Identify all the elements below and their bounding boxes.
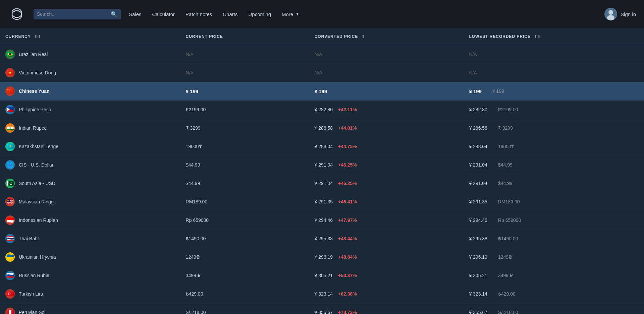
lowest-price-uah: ¥ 296.191249₴	[464, 248, 644, 266]
currency-name-inr: Indian Rupee	[19, 125, 47, 131]
currency-name-vnd: Vietnamese Dong	[19, 70, 56, 75]
lowest-price-orig-rub: 3499 ₽	[498, 273, 513, 278]
flag-try: 🇹🇷	[5, 289, 15, 299]
converted-price-value-vnd: N/A	[315, 70, 322, 75]
nav-link-patch-notes[interactable]: Patch notes	[185, 11, 212, 17]
flag-idr: 🇮🇩	[5, 215, 15, 225]
current-price-pen: S/.218.00	[180, 303, 309, 314]
pct-diff-cis: +46.25%	[338, 162, 357, 168]
current-price-value-pen: S/.218.00	[186, 310, 206, 314]
currency-cell-vnd[interactable]: 🇻🇳Vietnamese Dong	[0, 64, 180, 82]
lowest-price-converted-uah: ¥ 296.19	[469, 254, 487, 260]
search-bar[interactable]: 🔍	[34, 9, 121, 19]
logo[interactable]	[8, 5, 25, 23]
currency-table: CURRENCY ⬆⬇ CURRENT PRICE CONVERTED PRIC…	[0, 28, 644, 314]
currency-cell-try[interactable]: 🇹🇷Turkish Lira	[0, 285, 180, 303]
table-row: 🇵🇪Peruvian SolS/.218.00¥ 355.67+78.73%¥ …	[0, 303, 644, 314]
current-price-brl: N/A	[180, 45, 309, 64]
converted-price-value-sas: ¥ 291.04	[315, 181, 333, 186]
lowest-price-converted-cis: ¥ 291.04	[469, 162, 487, 168]
header-converted-price[interactable]: CONVERTED PRICE ⬆	[309, 28, 464, 45]
current-price-sas: $44.99	[180, 174, 309, 193]
currency-table-container: CURRENCY ⬆⬇ CURRENT PRICE CONVERTED PRIC…	[0, 28, 644, 314]
table-row: 🇲🇾Malaysian RinggitRM189.00¥ 291.35+46.4…	[0, 193, 644, 211]
currency-cell-kzt[interactable]: 🇰🇿Kazakhstani Tenge	[0, 137, 180, 156]
pct-diff-thb: +48.44%	[338, 236, 357, 241]
search-input[interactable]	[37, 11, 108, 17]
converted-price-value-rub: ¥ 305.21	[315, 273, 333, 278]
current-price-value-idr: Rp 659000	[186, 217, 209, 223]
currency-cell-uah[interactable]: 🇺🇦Ukrainian Hryvnia	[0, 248, 180, 266]
lowest-price-orig-myr: RM189.00	[498, 199, 520, 204]
lowest-price-converted-idr: ¥ 294.46	[469, 217, 487, 223]
converted-price-brl: N/A	[309, 45, 464, 64]
table-header-row: CURRENCY ⬆⬇ CURRENT PRICE CONVERTED PRIC…	[0, 28, 644, 45]
current-price-value-brl: N/A	[186, 52, 194, 57]
converted-price-value-cis: ¥ 291.04	[315, 162, 333, 168]
converted-price-value-uah: ¥ 296.19	[315, 254, 333, 260]
lowest-price-orig-php: ₱2199.00	[498, 107, 518, 112]
currency-cell-brl[interactable]: 🇧🇷Brazilian Real	[0, 45, 180, 64]
converted-price-value-thb: ¥ 295.38	[315, 236, 333, 241]
sign-in-button[interactable]: Sign in	[604, 8, 636, 20]
current-price-value-myr: RM189.00	[186, 199, 208, 204]
table-row: 🌐CIS - U.S. Dollar$44.99¥ 291.04+46.25%¥…	[0, 156, 644, 174]
flag-php: 🇵🇭	[5, 105, 15, 114]
table-row: 🇧🇷Brazilian RealN/AN/AN/A	[0, 45, 644, 64]
navbar: 🔍 Sales Calculator Patch notes Charts Up…	[0, 0, 644, 28]
currency-cell-cis[interactable]: 🌐CIS - U.S. Dollar	[0, 156, 180, 174]
converted-price-value-cny: ¥ 199	[315, 88, 327, 94]
nav-link-more[interactable]: More ▼	[282, 11, 299, 17]
header-lowest-price[interactable]: LOWEST RECORDED PRICE ⬆⬇	[464, 28, 644, 45]
pct-diff-php: +42.11%	[338, 107, 357, 112]
currency-name-sas: South Asia - USD	[19, 181, 55, 186]
nav-link-upcoming[interactable]: Upcoming	[248, 11, 271, 17]
flag-cny: 🇨🇳	[5, 86, 15, 96]
currency-name-myr: Malaysian Ringgit	[19, 199, 56, 204]
converted-price-value-idr: ¥ 294.46	[315, 217, 333, 223]
currency-cell-myr[interactable]: 🇲🇾Malaysian Ringgit	[0, 193, 180, 211]
currency-cell-php[interactable]: 🇵🇭Philippine Peso	[0, 101, 180, 119]
converted-price-uah: ¥ 296.19+48.84%	[309, 248, 464, 266]
nav-link-sales[interactable]: Sales	[129, 11, 142, 17]
header-current-price[interactable]: CURRENT PRICE	[180, 28, 309, 45]
currency-name-rub: Russian Ruble	[19, 273, 49, 278]
converted-price-value-pen: ¥ 355.67	[315, 310, 333, 314]
converted-price-thb: ¥ 295.38+48.44%	[309, 230, 464, 248]
flag-pen: 🇵🇪	[5, 308, 15, 314]
currency-cell-pen[interactable]: 🇵🇪Peruvian Sol	[0, 303, 180, 314]
lowest-price-vnd: N/A	[464, 64, 644, 82]
lowest-price-orig-cis: $44.99	[498, 162, 513, 168]
pct-diff-kzt: +44.75%	[338, 144, 357, 149]
nav-link-charts[interactable]: Charts	[223, 11, 237, 17]
table-row: 🇹🇭Thai Baht฿1490.00¥ 295.38+48.44%¥ 295.…	[0, 230, 644, 248]
currency-cell-sas[interactable]: 🇵🇰South Asia - USD	[0, 174, 180, 193]
current-price-kzt: 19000₸	[180, 137, 309, 156]
currency-cell-idr[interactable]: 🇮🇩Indonesian Rupiah	[0, 211, 180, 230]
header-currency[interactable]: CURRENCY ⬆⬇	[0, 28, 180, 45]
lowest-price-cny: ¥ 199¥ 199	[464, 82, 644, 101]
currency-name-cis: CIS - U.S. Dollar	[19, 162, 53, 168]
lowest-price-converted-vnd: N/A	[469, 70, 477, 75]
currency-cell-rub[interactable]: 🇷🇺Russian Ruble	[0, 266, 180, 285]
currency-cell-inr[interactable]: 🇮🇳Indian Rupee	[0, 119, 180, 137]
steam-avatar	[604, 8, 617, 20]
currency-cell-cny[interactable]: 🇨🇳Chinese Yuan	[0, 82, 180, 101]
converted-price-rub: ¥ 305.21+53.37%	[309, 266, 464, 285]
table-row: 🇷🇺Russian Ruble3499 ₽¥ 305.21+53.37%¥ 30…	[0, 266, 644, 285]
table-body: 🇧🇷Brazilian RealN/AN/AN/A🇻🇳Vietnamese Do…	[0, 45, 644, 314]
nav-link-calculator[interactable]: Calculator	[152, 11, 175, 17]
svg-rect-4	[12, 12, 21, 16]
table-row: 🇵🇰South Asia - USD$44.99¥ 291.04+46.25%¥…	[0, 174, 644, 193]
current-price-php: ₱2199.00	[180, 101, 309, 119]
converted-price-value-kzt: ¥ 288.04	[315, 144, 333, 149]
lowest-price-converted-brl: N/A	[469, 52, 477, 57]
current-price-try: ₺429,00	[180, 285, 309, 303]
pct-diff-idr: +47.97%	[338, 217, 357, 223]
current-price-value-thb: ฿1490.00	[186, 236, 206, 241]
table-row: 🇺🇦Ukrainian Hryvnia1249₴¥ 296.19+48.84%¥…	[0, 248, 644, 266]
converted-price-value-php: ¥ 282.80	[315, 107, 333, 112]
currency-cell-thb[interactable]: 🇹🇭Thai Baht	[0, 230, 180, 248]
converted-price-idr: ¥ 294.46+47.97%	[309, 211, 464, 230]
flag-kzt: 🇰🇿	[5, 142, 15, 151]
